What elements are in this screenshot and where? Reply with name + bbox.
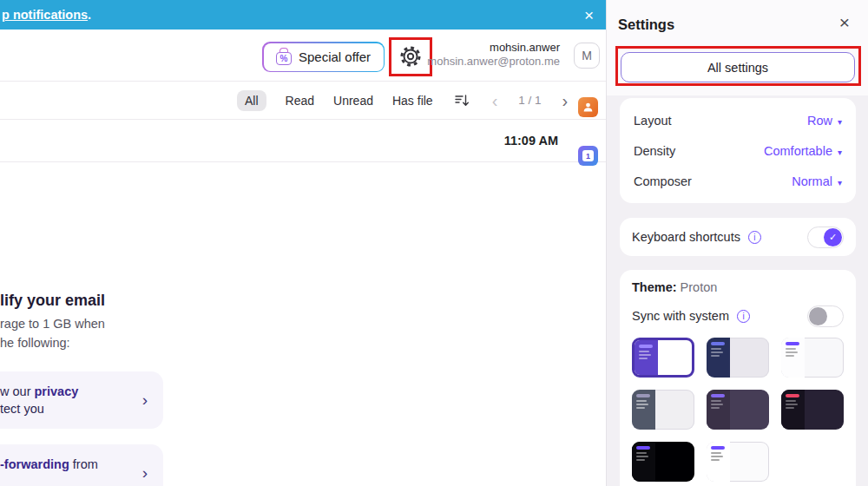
info-icon[interactable]: i — [737, 310, 750, 323]
theme-current: Theme: Proton — [632, 280, 844, 294]
welcome-body-line1: rage to 1 GB when — [0, 314, 105, 333]
composer-value: Normal — [792, 174, 832, 188]
composer-label: Composer — [634, 174, 692, 188]
special-offer-label: Special offer — [299, 49, 371, 64]
checklist-card-text: -forwarding from — [0, 456, 98, 473]
gear-icon — [398, 44, 423, 69]
theme-thumb-sidebar — [707, 390, 730, 430]
card-text-pre: w our — [0, 384, 35, 398]
layout-value-dropdown[interactable]: Row▾ — [807, 114, 842, 128]
theme-grid — [632, 338, 844, 482]
all-settings-button[interactable]: All settings — [621, 52, 855, 82]
filter-unread[interactable]: Unread — [333, 94, 373, 108]
contacts-app-button[interactable] — [578, 97, 598, 117]
calendar-app-button[interactable]: 1 — [578, 146, 598, 166]
sync-with-system-toggle[interactable]: ✓ — [807, 305, 844, 327]
theme-thumb-compose-button — [786, 342, 799, 345]
card-text-line2: tect you — [0, 400, 78, 417]
theme-thumbnail[interactable] — [707, 442, 769, 482]
account-name: mohsin.anwer — [427, 41, 560, 55]
filter-read[interactable]: Read — [286, 94, 314, 108]
theme-thumb-compose-button — [636, 394, 650, 397]
theme-thumbnail[interactable] — [781, 390, 844, 430]
header: % Special offer mohsin.anwer mohsin.anwe… — [0, 30, 606, 81]
sort-button[interactable] — [455, 94, 470, 108]
theme-thumb-sidebar — [707, 442, 730, 482]
special-offer-button[interactable]: % Special offer — [262, 42, 385, 72]
avatar[interactable]: M — [574, 43, 600, 69]
theme-thumb-line — [636, 452, 647, 454]
theme-thumb-line — [711, 456, 723, 457]
toggle-knob: ✓ — [809, 307, 827, 325]
layout-label: Layout — [634, 114, 672, 128]
checklist-card-privacy[interactable]: w our privacy tect you › — [0, 371, 163, 429]
sync-with-system-row: Sync with system i ✓ — [632, 305, 844, 327]
special-offer-inner: % Special offer — [264, 43, 384, 71]
contacts-icon — [582, 102, 594, 113]
sync-with-system-label: Sync with system — [632, 309, 729, 323]
composer-setting-row[interactable]: Composer Normal▾ — [634, 166, 842, 196]
composer-value-dropdown[interactable]: Normal▾ — [792, 174, 842, 188]
layout-setting-row[interactable]: Layout Row▾ — [634, 105, 842, 135]
theme-thumb-compose-button — [786, 394, 799, 397]
filter-toolbar: All Read Unread Has file ‹ 1 / 1 › — [0, 81, 606, 120]
theme-thumb-sidebar — [707, 338, 730, 378]
theme-thumb-line — [636, 456, 648, 457]
settings-panel: Settings × All settings Layout Row▾ Dens… — [606, 0, 868, 486]
theme-thumb-compose-button — [711, 394, 725, 397]
density-setting-row[interactable]: Density Comfortable▾ — [634, 135, 842, 166]
theme-thumb-sidebar — [781, 390, 805, 430]
toggle-knob: ✓ — [824, 228, 842, 246]
welcome-body: rage to 1 GB when he following: — [0, 314, 105, 352]
filter-has-file[interactable]: Has file — [392, 94, 433, 108]
theme-thumb-line — [636, 459, 645, 461]
info-icon[interactable]: i — [748, 231, 761, 244]
theme-thumb-line — [639, 358, 648, 359]
card-text-bold: privacy — [35, 384, 79, 398]
theme-thumb-line — [636, 407, 645, 409]
theme-thumb-line — [711, 400, 721, 402]
theme-thumb-sidebar — [632, 442, 655, 482]
notification-banner: p notifications . × — [0, 0, 606, 30]
theme-thumb-line — [786, 351, 798, 353]
theme-thumbnail[interactable] — [707, 390, 769, 430]
welcome-body-line2: he following: — [0, 333, 105, 352]
account-info[interactable]: mohsin.anwer mohsin.anwer@proton.me — [427, 41, 560, 69]
theme-thumb-line — [711, 355, 720, 357]
page-next-icon[interactable]: › — [562, 92, 569, 109]
card-text-bold: -forwarding — [0, 457, 69, 471]
theme-thumb-line — [711, 404, 723, 405]
theme-thumbnail[interactable] — [632, 338, 694, 378]
banner-close-icon[interactable]: × — [584, 7, 594, 23]
caret-down-icon: ▾ — [838, 117, 842, 127]
theme-thumb-line — [711, 407, 720, 409]
theme-thumb-line — [786, 400, 796, 402]
filter-all[interactable]: All — [237, 90, 266, 111]
theme-thumbnail[interactable] — [632, 442, 694, 482]
notification-banner-suffix: . — [88, 8, 91, 22]
theme-thumb-compose-button — [639, 345, 653, 348]
density-value: Comfortable — [764, 144, 832, 158]
theme-thumbnail[interactable] — [707, 338, 769, 378]
page-prev-icon[interactable]: ‹ — [492, 92, 498, 109]
theme-thumb-line — [786, 355, 794, 357]
theme-thumbnail[interactable] — [632, 390, 694, 430]
theme-thumb-sidebar — [632, 390, 655, 430]
settings-close-icon[interactable]: × — [839, 13, 850, 31]
keyboard-shortcuts-toggle[interactable]: ✓ — [807, 227, 844, 248]
settings-gear-button[interactable] — [398, 44, 423, 69]
theme-thumb-line — [639, 354, 651, 356]
theme-thumbnail[interactable] — [781, 338, 844, 378]
percent-bag-icon: % — [276, 52, 292, 65]
checklist-card-forwarding[interactable]: -forwarding from › — [0, 444, 163, 486]
theme-thumb-line — [711, 452, 721, 454]
density-value-dropdown[interactable]: Comfortable▾ — [764, 144, 842, 158]
theme-thumb-line — [786, 404, 798, 405]
caret-down-icon: ▾ — [838, 178, 842, 187]
notification-banner-link[interactable]: p notifications — [2, 8, 88, 22]
layout-value: Row — [807, 114, 832, 128]
message-row[interactable]: 11:09 AM — [0, 120, 606, 162]
theme-thumb-compose-button — [711, 342, 725, 345]
density-label: Density — [634, 144, 675, 158]
checklist-card-text: w our privacy tect you — [0, 383, 78, 417]
